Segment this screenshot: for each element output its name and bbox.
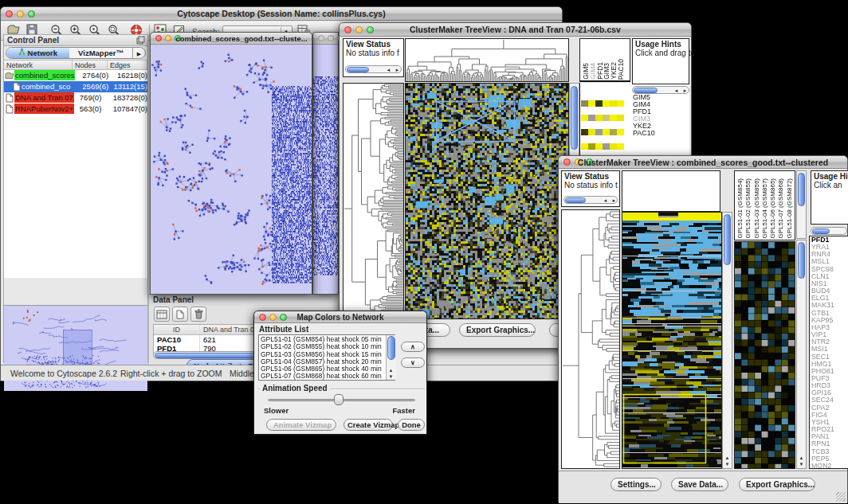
tv1-matrix-cell[interactable] <box>610 129 617 135</box>
minimize-button[interactable] <box>328 35 334 41</box>
tv1-column-label[interactable]: GIM4 <box>589 63 596 80</box>
create-vizmap-button[interactable]: Create Vizmap <box>344 419 393 431</box>
tv2-gene-label[interactable]: PFD1 <box>811 236 848 244</box>
tv2-gene-label[interactable]: CLN1 <box>811 273 848 280</box>
tv2-column-label[interactable]: GPL51-08 (GSM872) <box>786 178 794 239</box>
tv2-gene-label[interactable]: MON2 <box>811 463 848 470</box>
tv2-labels-vscrollbar[interactable] <box>796 170 807 239</box>
network-view-canvas[interactable] <box>151 45 312 294</box>
tv2-export-graphics-button[interactable]: Export Graphics... <box>739 478 815 491</box>
tv1-matrix-cell[interactable] <box>617 143 624 150</box>
tv2-gene-label[interactable]: HRD3 <box>811 382 848 389</box>
tv1-matrix-cell[interactable] <box>610 143 617 150</box>
attribute-list-vscrollbar[interactable]: ▲▼ <box>386 335 396 380</box>
tv1-gene-label[interactable]: GIM5 <box>633 94 687 101</box>
tv1-matrix-cell[interactable] <box>588 115 595 121</box>
tv2-gene-label[interactable]: NIS1 <box>811 280 848 287</box>
tv1-matrix-cell[interactable] <box>595 115 603 121</box>
background-network-canvas[interactable] <box>313 45 338 294</box>
tv1-summary-matrix[interactable] <box>581 96 624 134</box>
tv1-gene-label[interactable]: GIM3 <box>633 115 687 123</box>
tab-overflow-button[interactable]: ▶ <box>132 48 145 58</box>
network-window-titlebar[interactable]: combined_scores_good.txt--cluste... <box>151 33 312 45</box>
tv1-matrix-cell[interactable] <box>610 100 617 107</box>
tv2-gene-label[interactable]: VIP1 <box>811 331 848 338</box>
tv2-gene-label[interactable]: TCB3 <box>811 448 848 455</box>
tv2-row-dendrogram-canvas[interactable] <box>562 210 619 468</box>
tv2-column-label[interactable]: GPL51-07 (GSM868) <box>777 178 785 239</box>
tv1-column-label[interactable]: GIM5 <box>582 63 589 80</box>
move-up-button[interactable]: ∧ <box>401 342 425 352</box>
close-button[interactable] <box>318 35 324 41</box>
delete-attribute-icon[interactable] <box>190 307 206 322</box>
tv1-gene-label[interactable]: PAC10 <box>633 130 687 137</box>
tv2-gene-label[interactable]: MSL1 <box>811 258 848 265</box>
dialog-titlebar[interactable]: Map Colors to Network <box>254 311 426 323</box>
network-table-row[interactable]: combined_scores2764(0)16218(0) <box>4 70 147 81</box>
tv1-matrix-cell[interactable] <box>603 100 610 107</box>
tv2-column-label[interactable]: GPL51-06 (GSM865) <box>769 178 777 239</box>
tv2-gene-label[interactable]: MAK31 <box>811 302 848 309</box>
tv2-gene-label[interactable]: KAP95 <box>811 317 848 324</box>
background-window-titlebar[interactable] <box>313 33 338 45</box>
new-attribute-icon[interactable] <box>172 307 188 322</box>
network-table-row[interactable]: RNAPuberNov2+563(0)107847(0) <box>4 104 147 115</box>
tv1-matrix-cell[interactable] <box>588 143 595 150</box>
tv2-gene-label[interactable]: PUF3 <box>811 375 848 382</box>
tab-network[interactable]: Network <box>6 48 69 58</box>
float-panel-icon[interactable] <box>136 36 145 46</box>
tv2-gene-label[interactable]: YSH1 <box>811 419 848 426</box>
tv1-matrix-cell[interactable] <box>595 129 603 135</box>
tv1-usage-hscrollbar[interactable]: ◄► <box>632 86 689 94</box>
tv2-status-hscrollbar[interactable]: ◄► <box>563 196 618 204</box>
tv1-matrix-cell[interactable] <box>588 129 595 135</box>
tv1-matrix-cell[interactable] <box>603 129 610 135</box>
tv1-export-graphics-button[interactable]: Export Graphics... <box>459 323 536 337</box>
tv1-column-label[interactable]: GIM3 <box>603 63 610 80</box>
tv2-gene-label[interactable]: ELG1 <box>811 295 848 302</box>
tv1-matrix-cell[interactable] <box>595 100 603 107</box>
tv2-gene-label[interactable]: PEP5 <box>811 455 848 463</box>
attribute-list-item[interactable]: GPL51-04 (GSM857) heat shock 20 min <box>259 358 395 365</box>
tv2-gene-label[interactable]: CPA2 <box>811 404 848 412</box>
tv2-gene-label[interactable]: PHO81 <box>811 368 848 375</box>
attribute-list-item[interactable]: GPL51-06 (GSM865) heat shock 40 min <box>259 365 395 373</box>
tv2-column-label[interactable]: GPL51-01 (GSM854) <box>736 178 744 239</box>
tv1-matrix-cell[interactable] <box>617 100 624 107</box>
select-attributes-icon[interactable] <box>154 307 170 322</box>
tv2-gene-label[interactable]: RPN1 <box>811 440 848 447</box>
main-titlebar[interactable]: Cytoscape Desktop (Session Name: collins… <box>1 7 562 21</box>
tv1-status-hscrollbar[interactable]: ◄► <box>345 65 402 73</box>
tv2-settings-button[interactable]: Settings... <box>610 478 662 491</box>
tv1-gene-label[interactable]: GIM4 <box>633 101 687 108</box>
tab-vizmapper[interactable]: VizMapper™ <box>69 48 132 58</box>
tv1-row-dendrogram-canvas[interactable] <box>344 84 403 318</box>
tv2-gene-label[interactable]: SPC98 <box>811 266 848 273</box>
tv1-matrix-cell[interactable] <box>581 129 588 135</box>
animate-vizmap-button[interactable]: Animate Vizmap <box>266 419 336 431</box>
tv2-gene-vscrollbar[interactable]: ▲▼ <box>796 240 807 469</box>
tv2-save-data-button[interactable]: Save Data... <box>671 478 728 491</box>
tv2-column-label[interactable]: GPL51-02 (GSM855) <box>744 178 752 239</box>
tv2-gene-label[interactable]: FIG4 <box>811 412 848 419</box>
attribute-list-item[interactable]: GPL51-01 (GSM854) heat shock 05 min <box>259 336 395 343</box>
tv1-column-dendrogram-canvas[interactable] <box>406 39 568 81</box>
network-table-row[interactable]: combined_sco2569(6)13112(15) <box>4 81 147 92</box>
resize-grip[interactable] <box>836 492 846 502</box>
treeview1-titlebar[interactable]: ClusterMaker TreeView : DNA and Tran 07-… <box>340 23 691 37</box>
tv1-heatmap-canvas[interactable] <box>406 84 568 318</box>
tv2-gene-label[interactable]: HMG1 <box>811 361 848 368</box>
tv2-column-label[interactable]: GPL51-04 (GSM857) <box>761 178 769 239</box>
tv2-gene-label[interactable]: YRA1 <box>811 244 848 251</box>
tv1-gene-label[interactable]: YKE2 <box>633 123 687 130</box>
tv1-gene-label[interactable]: PFD1 <box>633 108 687 115</box>
tv2-zoom-heatmap-canvas[interactable] <box>735 242 795 468</box>
tv2-gene-label[interactable]: BUD4 <box>811 287 848 295</box>
tv2-gene-label[interactable]: RNR4 <box>811 251 848 258</box>
tv2-column-label[interactable]: GPL51-03 (GSM856) <box>753 178 761 239</box>
tv2-gene-label[interactable]: PAN1 <box>811 433 848 440</box>
tv2-heatmap-canvas[interactable] <box>622 213 721 468</box>
attribute-list-item[interactable]: GPL51-03 (GSM856) heat shock 15 min <box>259 351 395 358</box>
speed-slider-thumb[interactable] <box>334 394 344 405</box>
tv1-matrix-cell[interactable] <box>603 143 610 150</box>
